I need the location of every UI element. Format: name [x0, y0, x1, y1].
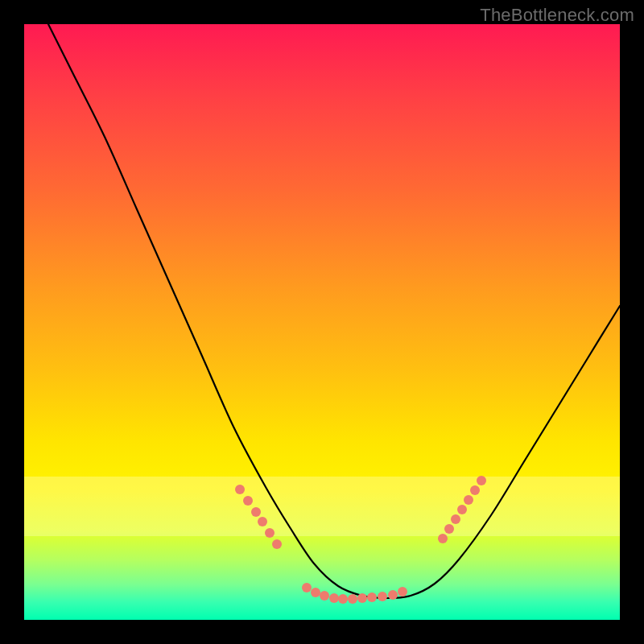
marker-dot: [251, 507, 261, 517]
marker-dot: [329, 593, 339, 603]
marker-dot: [378, 592, 387, 601]
marker-dot: [477, 476, 486, 485]
marker-group: [235, 476, 486, 604]
marker-dot: [265, 528, 275, 538]
chart-frame: [24, 24, 620, 620]
marker-dot: [338, 594, 348, 604]
marker-dot: [444, 524, 454, 534]
marker-dot: [451, 514, 460, 524]
marker-dot: [258, 517, 267, 526]
marker-dot: [311, 588, 320, 597]
chart-svg: [24, 24, 620, 620]
marker-dot: [438, 534, 448, 543]
marker-dot: [272, 539, 282, 549]
marker-dot: [470, 485, 480, 495]
watermark-text: TheBottleneck.com: [480, 5, 634, 26]
marker-dot: [457, 505, 467, 514]
marker-dot: [388, 590, 398, 600]
marker-dot: [302, 583, 312, 592]
marker-dot: [320, 591, 329, 601]
marker-dot: [357, 593, 367, 603]
marker-dot: [464, 495, 473, 505]
bottleneck-curve-path: [48, 24, 620, 598]
marker-dot: [367, 592, 377, 602]
marker-dot: [235, 485, 245, 494]
marker-dot: [243, 496, 253, 506]
marker-dot: [348, 594, 357, 604]
marker-dot: [398, 587, 407, 597]
